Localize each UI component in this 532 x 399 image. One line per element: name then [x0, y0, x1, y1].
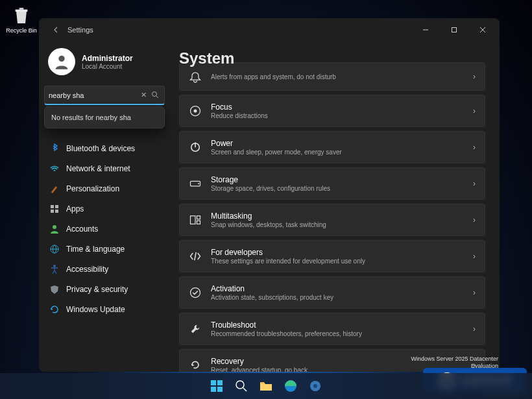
chevron-right-icon: ›: [473, 106, 476, 115]
svg-line-5: [156, 96, 158, 98]
card-subtitle: Activation state, subscriptions, product…: [211, 294, 464, 301]
no-results-text: No results for nearby sha: [51, 114, 131, 121]
settings-card[interactable]: ActivationActivation state, subscription…: [179, 276, 485, 309]
svg-line-30: [243, 388, 247, 391]
svg-point-33: [313, 384, 317, 388]
chevron-right-icon: ›: [473, 143, 476, 152]
card-title: Multitasking: [211, 212, 464, 221]
bell-icon: [189, 70, 202, 83]
explorer-button[interactable]: [256, 376, 276, 396]
card-title: For developers: [211, 248, 464, 257]
search-box[interactable]: ✕: [44, 86, 165, 105]
shield-icon: [49, 284, 60, 295]
svg-rect-2: [452, 28, 457, 32]
windows-icon: [210, 379, 224, 393]
settings-card[interactable]: StorageStorage space, drives, configurat…: [179, 167, 485, 200]
nav-label: Accessibility: [66, 265, 108, 274]
chevron-right-icon: ›: [473, 215, 476, 224]
clear-search-button[interactable]: ✕: [138, 91, 149, 99]
minimize-button[interactable]: [411, 20, 440, 40]
settings-task-button[interactable]: [305, 376, 326, 396]
accessibility-icon: [49, 264, 60, 274]
search-icon[interactable]: [149, 91, 160, 100]
chevron-right-icon: ›: [473, 252, 476, 261]
svg-rect-25: [211, 380, 216, 385]
nav-label: Time & language: [66, 245, 125, 254]
svg-rect-6: [51, 205, 54, 208]
svg-point-4: [152, 91, 156, 96]
settings-card[interactable]: PowerScreen and sleep, power mode, energ…: [179, 131, 485, 163]
svg-point-14: [53, 265, 56, 267]
svg-point-29: [236, 381, 244, 389]
edge-icon: [284, 379, 298, 393]
close-button[interactable]: [468, 20, 497, 40]
settings-card[interactable]: MultitaskingSnap windows, desktops, task…: [179, 204, 485, 236]
main-content[interactable]: System Alerts from apps and system, do n…: [170, 42, 500, 372]
person-icon: [49, 224, 60, 234]
wrench-icon: [189, 322, 202, 335]
dev-icon: [189, 250, 202, 263]
apps-icon: [49, 204, 60, 214]
card-title: Focus: [211, 103, 464, 112]
nav-item[interactable]: Time & language: [44, 239, 165, 259]
folder-icon: [259, 379, 273, 393]
nav-label: Privacy & security: [66, 285, 128, 294]
card-subtitle: These settings are intended for developm…: [211, 258, 464, 265]
svg-point-20: [198, 183, 199, 184]
svg-rect-9: [55, 210, 58, 213]
nav-item[interactable]: Apps: [44, 199, 165, 219]
nav-label: Apps: [66, 204, 84, 213]
card-title: Activation: [211, 284, 464, 293]
gear-icon: [308, 379, 322, 393]
minimize-icon: [422, 27, 429, 33]
nav-item[interactable]: Windows Update: [44, 300, 165, 319]
search-suggestions: No results for nearby sha: [44, 106, 165, 128]
brush-icon: [49, 184, 60, 194]
svg-rect-28: [217, 387, 223, 392]
nav-label: Accounts: [66, 224, 98, 234]
nav-item[interactable]: Accounts: [44, 219, 165, 239]
focus-icon: [189, 104, 202, 117]
profile-type: Local Account: [82, 63, 133, 70]
start-button[interactable]: [206, 376, 227, 396]
svg-point-3: [58, 56, 64, 62]
settings-card[interactable]: FocusReduce distractions›: [179, 95, 485, 127]
nav: Bluetooth & devicesNetwork & internetPer…: [44, 139, 165, 319]
bluetooth-icon: [49, 143, 60, 154]
storage-icon: [189, 177, 202, 190]
nav-item[interactable]: Accessibility: [44, 260, 165, 279]
svg-rect-23: [197, 221, 200, 224]
globe-icon: [49, 244, 60, 254]
chevron-right-icon: ›: [473, 179, 476, 188]
nav-item[interactable]: Network & internet: [44, 159, 165, 178]
search-task-button[interactable]: [231, 376, 252, 396]
nav-label: Network & internet: [66, 164, 130, 173]
chevron-right-icon: ›: [473, 288, 476, 297]
svg-point-24: [191, 288, 200, 298]
nav-item[interactable]: Privacy & security: [44, 280, 165, 299]
nav-item[interactable]: Bluetooth & devices: [44, 139, 165, 158]
nav-item[interactable]: Personalization: [44, 179, 165, 199]
profile[interactable]: Administrator Local Account: [44, 42, 165, 86]
nav-label: Personalization: [66, 184, 119, 193]
settings-card[interactable]: TroubleshootRecommended troubleshooters,…: [179, 313, 485, 345]
svg-rect-7: [55, 205, 58, 208]
nav-label: Bluetooth & devices: [66, 144, 135, 153]
chevron-right-icon: ›: [473, 324, 476, 333]
maximize-button[interactable]: [440, 20, 468, 40]
back-button[interactable]: [47, 26, 66, 34]
settings-card[interactable]: For developersThese settings are intende…: [179, 240, 485, 272]
search-icon: [234, 379, 248, 393]
search-input[interactable]: [49, 91, 138, 99]
card-subtitle: Screen and sleep, power mode, energy sav…: [211, 149, 464, 156]
svg-rect-27: [211, 387, 216, 392]
wifi-icon: [49, 163, 60, 174]
chevron-right-icon: ›: [473, 72, 476, 81]
edge-button[interactable]: [280, 376, 301, 396]
svg-rect-8: [51, 210, 54, 213]
recycle-bin[interactable]: Recycle Bin: [5, 5, 38, 34]
sidebar: Administrator Local Account ✕ No results…: [39, 42, 170, 372]
update-icon: [49, 304, 60, 315]
maximize-icon: [451, 27, 457, 33]
recycle-bin-label: Recycle Bin: [6, 27, 37, 34]
